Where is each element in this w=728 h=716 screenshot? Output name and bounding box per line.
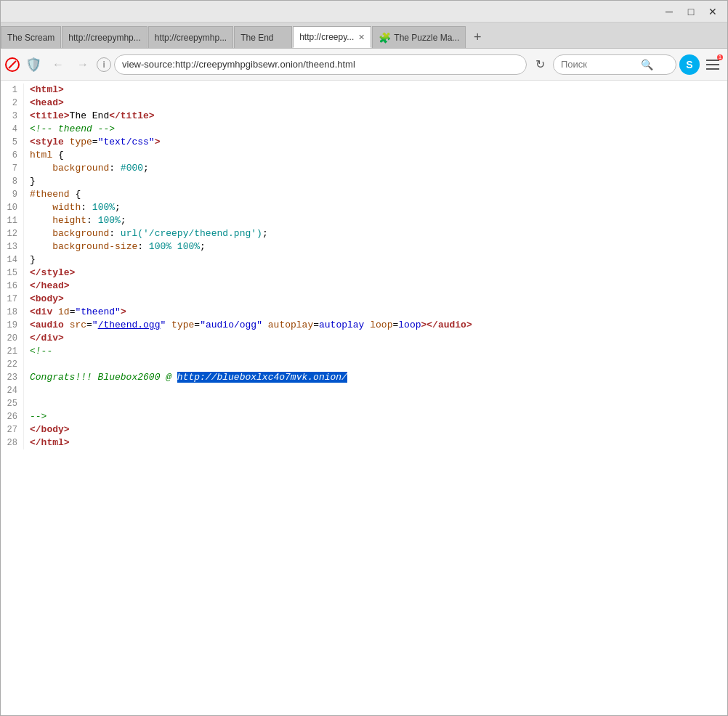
tab-creepy-2[interactable]: http://creepymhp...: [148, 26, 233, 48]
line-content: <html>: [30, 84, 727, 97]
menu-badge: 1: [717, 54, 723, 60]
search-area: 🔍: [553, 54, 676, 75]
tab-label: http://creepymhp...: [68, 33, 140, 43]
source-line: 14}: [1, 253, 727, 267]
line-number: 17: [1, 293, 24, 306]
source-line: 25: [1, 397, 727, 410]
line-content: </style>: [30, 267, 727, 280]
address-bar[interactable]: view-source:http://creepymhpgibsewr.onio…: [114, 54, 527, 75]
tab-the-scream[interactable]: The Scream: [1, 26, 61, 48]
source-line: 10 width: 100%;: [1, 201, 727, 214]
forward-button[interactable]: →: [72, 54, 94, 76]
back-button[interactable]: ←: [47, 54, 69, 76]
line-content: [30, 358, 727, 371]
line-number: 23: [1, 371, 24, 384]
source-viewer[interactable]: 1<html>2<head>3<title>The End</title>4<!…: [1, 81, 727, 715]
menu-line: [706, 68, 719, 70]
line-number: 5: [1, 136, 24, 149]
toolbar: 🛡️ ← → i view-source:http://creepymhpgib…: [1, 49, 727, 81]
favicon-button[interactable]: 🛡️: [23, 54, 44, 76]
line-content: [30, 397, 727, 410]
line-content: -->: [30, 410, 727, 423]
tab-close-icon[interactable]: ✕: [358, 33, 365, 42]
tab-creepy-active[interactable]: http://creepy... ✕: [293, 26, 371, 48]
line-content: width: 100%;: [30, 201, 727, 214]
skype-button[interactable]: S: [679, 54, 700, 75]
source-line: 7 background: #000;: [1, 162, 727, 175]
line-content: <title>The End</title>: [30, 110, 727, 123]
line-content: <style type="text/css">: [30, 136, 727, 149]
line-content: <audio src="/theend.ogg" type="audio/ogg…: [30, 319, 727, 332]
search-icon: 🔍: [641, 59, 653, 70]
line-content: }: [30, 253, 727, 267]
line-content: <!-- theend -->: [30, 123, 727, 136]
menu-line: [706, 64, 719, 65]
source-line: 26-->: [1, 410, 727, 423]
close-button[interactable]: ✕: [703, 4, 723, 20]
line-number: 9: [1, 188, 24, 201]
menu-button[interactable]: 1: [703, 54, 723, 75]
source-line: 12 background: url('/creepy/theend.png')…: [1, 227, 727, 240]
line-number: 1: [1, 84, 24, 97]
info-button[interactable]: i: [97, 57, 111, 72]
line-content: </div>: [30, 332, 727, 345]
line-number: 7: [1, 162, 24, 175]
line-number: 14: [1, 253, 24, 267]
source-line: 1<html>: [1, 84, 727, 97]
line-number: 10: [1, 201, 24, 214]
tab-label: http://creepy...: [299, 32, 354, 42]
line-number: 12: [1, 227, 24, 240]
source-line: 16</head>: [1, 280, 727, 293]
line-content: background-size: 100% 100%;: [30, 240, 727, 253]
source-line: 9#theend {: [1, 188, 727, 201]
line-number: 18: [1, 306, 24, 319]
tab-label: http://creepymhp...: [155, 33, 227, 43]
maximize-button[interactable]: □: [681, 4, 701, 20]
title-bar: ─ □ ✕: [1, 1, 727, 23]
tab-the-end[interactable]: The End: [234, 26, 292, 48]
tab-label: The End: [240, 33, 273, 43]
line-content: background: url('/creepy/theend.png');: [30, 227, 727, 240]
new-tab-button[interactable]: +: [466, 26, 488, 48]
minimize-button[interactable]: ─: [659, 4, 679, 20]
line-content: #theend {: [30, 188, 727, 201]
line-content: <head>: [30, 97, 727, 110]
line-content: <!--: [30, 345, 727, 358]
tab-label: The Scream: [7, 33, 54, 43]
line-number: 11: [1, 214, 24, 227]
tab-bar: The Scream http://creepymhp... http://cr…: [1, 23, 727, 49]
source-line: 18<div id="theend">: [1, 306, 727, 319]
line-content: background: #000;: [30, 162, 727, 175]
source-line: 23Congrats!!! Bluebox2600 @ http://blueb…: [1, 371, 727, 384]
source-line: 28</html>: [1, 436, 727, 449]
source-line: 17<body>: [1, 293, 727, 306]
line-content: height: 100%;: [30, 214, 727, 227]
line-number: 15: [1, 267, 24, 280]
line-content: </head>: [30, 280, 727, 293]
source-line: 2<head>: [1, 97, 727, 110]
tab-puzzle-master[interactable]: 🧩 The Puzzle Ma...: [372, 26, 466, 48]
reload-button[interactable]: ↻: [530, 54, 550, 75]
line-number: 6: [1, 149, 24, 162]
search-input[interactable]: [553, 54, 676, 75]
blocked-icon: [5, 57, 20, 72]
source-line: 8}: [1, 175, 727, 188]
puzzle-icon: 🧩: [379, 32, 391, 44]
source-line: 6html {: [1, 149, 727, 162]
source-line: 15</style>: [1, 267, 727, 280]
source-line: 5<style type="text/css">: [1, 136, 727, 149]
tab-creepy-1[interactable]: http://creepymhp...: [62, 26, 147, 48]
tab-label: The Puzzle Ma...: [394, 33, 459, 43]
line-content: html {: [30, 149, 727, 162]
source-line: 24: [1, 384, 727, 397]
line-content: [30, 384, 727, 397]
line-number: 3: [1, 110, 24, 123]
source-line: 21<!--: [1, 345, 727, 358]
line-number: 25: [1, 397, 24, 410]
line-number: 8: [1, 175, 24, 188]
line-content: </body>: [30, 423, 727, 436]
line-number: 16: [1, 280, 24, 293]
line-content: <div id="theend">: [30, 306, 727, 319]
source-line: 19<audio src="/theend.ogg" type="audio/o…: [1, 319, 727, 332]
window-controls: ─ □ ✕: [659, 4, 723, 20]
